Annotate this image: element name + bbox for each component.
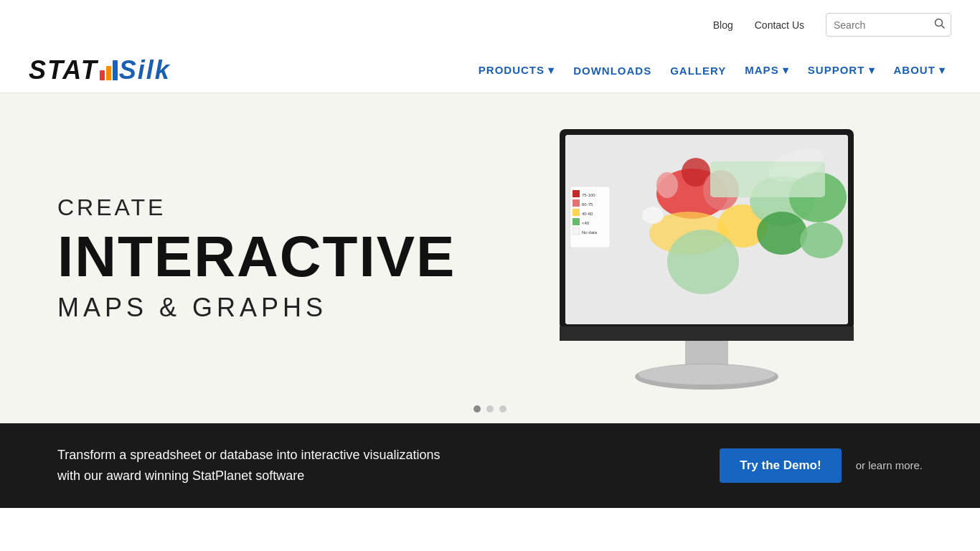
svg-text:No data: No data: [582, 230, 598, 235]
svg-point-14: [800, 222, 843, 258]
search-button[interactable]: [934, 18, 946, 32]
logo-bars-icon: [100, 60, 118, 80]
svg-point-32: [639, 364, 775, 385]
main-nav: PRODUCTS ▾ DOWNLOADS GALLERY MAPS ▾ SUPP…: [473, 60, 951, 80]
nav-maps[interactable]: MAPS ▾: [739, 60, 795, 80]
interactive-label: INTERACTIVE: [57, 228, 490, 286]
svg-text:<40: <40: [582, 221, 590, 225]
nav-support[interactable]: SUPPORT ▾: [802, 60, 881, 80]
chevron-down-icon-maps: ▾: [783, 64, 789, 76]
header-bottom: STAT Silk PRODUCTS ▾ DOWNLOADS GALLERY M…: [29, 55, 951, 93]
nav-gallery[interactable]: GALLERY: [664, 61, 732, 80]
nav-gallery-label: GALLERY: [670, 65, 726, 77]
nav-products[interactable]: PRODUCTS ▾: [473, 60, 560, 80]
nav-downloads-label: DOWNLOADS: [573, 65, 651, 77]
svg-point-13: [757, 212, 807, 255]
search-icon: [934, 18, 946, 29]
learn-more-text: or learn more.: [856, 459, 923, 471]
bottom-area: [0, 508, 980, 551]
svg-point-17: [642, 207, 664, 224]
blog-link[interactable]: Blog: [713, 19, 733, 31]
nav-support-label: SUPPORT: [808, 64, 865, 76]
monitor-svg: 75-100 60-75 40-60 <40 No data: [545, 122, 868, 395]
svg-rect-29: [560, 326, 854, 341]
cta-banner: Transform a spreadsheet or database into…: [0, 423, 980, 508]
cta-actions: Try the Demo! or learn more.: [720, 448, 923, 483]
svg-rect-19: [573, 190, 580, 197]
search-input[interactable]: [834, 19, 934, 31]
cta-text-line2: with our award winning StatPlanet softwa…: [57, 468, 304, 483]
hero-image: 75-100 60-75 40-60 <40 No data: [490, 122, 923, 395]
chevron-down-icon-about: ▾: [939, 64, 946, 76]
contact-link[interactable]: Contact Us: [755, 19, 804, 31]
svg-text:60-75: 60-75: [582, 202, 593, 207]
carousel-dot-3[interactable]: [499, 405, 507, 413]
svg-rect-27: [573, 227, 580, 235]
chevron-down-icon: ▾: [548, 64, 555, 76]
svg-text:75-100: 75-100: [582, 193, 595, 197]
create-label: CREATE: [57, 194, 490, 221]
svg-text:40-60: 40-60: [582, 212, 593, 216]
top-bar: Blog Contact Us: [29, 0, 951, 37]
nav-about[interactable]: ABOUT ▾: [888, 60, 952, 80]
nav-downloads[interactable]: DOWNLOADS: [567, 61, 657, 80]
svg-line-1: [942, 26, 945, 29]
svg-point-6: [656, 172, 678, 198]
maps-label: MAPS & GRAPHS: [57, 293, 490, 323]
hero-section: CREATE INTERACTIVE MAPS & GRAPHS: [0, 93, 980, 423]
monitor-container: 75-100 60-75 40-60 <40 No data: [545, 122, 868, 395]
site-header: Blog Contact Us STAT Silk PRODUCTS: [0, 0, 980, 93]
logo-stat-text: STAT: [29, 55, 98, 85]
svg-point-0: [936, 19, 943, 27]
chevron-down-icon-support: ▾: [869, 64, 875, 76]
svg-point-15: [667, 230, 739, 294]
logo-silk-text: Silk: [119, 55, 171, 85]
logo-area[interactable]: STAT Silk: [29, 55, 171, 85]
svg-rect-25: [573, 218, 580, 225]
hero-text: CREATE INTERACTIVE MAPS & GRAPHS: [57, 194, 490, 323]
nav-about-label: ABOUT: [894, 64, 936, 76]
carousel-dot-2[interactable]: [486, 405, 494, 413]
nav-products-label: PRODUCTS: [479, 64, 545, 76]
nav-maps-label: MAPS: [745, 64, 778, 76]
demo-button[interactable]: Try the Demo!: [720, 448, 841, 483]
svg-rect-21: [573, 199, 580, 207]
svg-rect-23: [573, 209, 580, 216]
cta-text-line1: Transform a spreadsheet or database into…: [57, 448, 440, 462]
cta-text: Transform a spreadsheet or database into…: [57, 445, 440, 486]
search-box: [826, 13, 951, 37]
carousel-dots: [473, 405, 507, 413]
carousel-dot-1[interactable]: [473, 405, 481, 413]
